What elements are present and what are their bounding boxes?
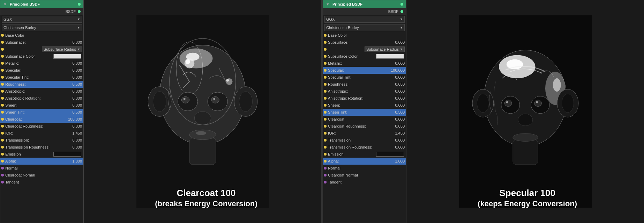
row-label-19: Normal — [328, 166, 405, 170]
svg-point-33 — [534, 100, 541, 107]
row-label-17: Emission — [5, 152, 53, 156]
row-label-14: IOR: — [5, 131, 65, 135]
row-value-7: 0.500 — [65, 82, 82, 86]
node-row-1[interactable]: Subsurface:0.000 — [323, 39, 406, 46]
node-row-21: Tangent — [0, 179, 83, 186]
node-row-18[interactable]: Alpha:1.000 — [323, 158, 406, 165]
row-label-1: Subsurface: — [328, 40, 387, 44]
node-row-11[interactable]: Sheen Tint:0.500 — [0, 109, 83, 116]
node-row-0: Base Color — [0, 32, 83, 39]
color-box-3[interactable] — [376, 54, 404, 59]
node-row-6[interactable]: Specular Tint:0.000 — [323, 74, 406, 81]
right-dropdown-cb[interactable]: Christensen-Burley ▼ — [324, 24, 405, 31]
node-row-12[interactable]: Clearcoat:0.000 — [323, 116, 406, 123]
left-dropdown-cb[interactable]: Christensen-Burley ▼ — [2, 24, 82, 31]
row-label-0: Base Color — [5, 33, 82, 37]
socket-13 — [323, 124, 327, 128]
svg-point-20 — [184, 58, 194, 69]
svg-point-35 — [536, 101, 538, 103]
row-value-1: 0.000 — [65, 40, 82, 44]
left-panel: ▼ Principled BSDF BSDF GGX ▼ Christensen… — [0, 0, 321, 223]
row-value-4: 0.000 — [65, 61, 82, 65]
node-row-5[interactable]: Specular:100.000 — [323, 67, 406, 74]
right-collapse-icon[interactable]: ▼ — [326, 2, 330, 6]
left-node-header: ▼ Principled BSDF — [0, 0, 83, 8]
node-row-13[interactable]: Clearcoat Roughness:0.030 — [323, 123, 406, 130]
node-row-7[interactable]: Roughness:0.030 — [323, 81, 406, 88]
node-row-9[interactable]: Anisotropic Rotation:0.000 — [0, 95, 83, 102]
row-label-8: Anisotropic: — [328, 89, 387, 93]
row-label-0: Base Color — [328, 33, 405, 37]
socket-10 — [323, 103, 327, 107]
node-row-14[interactable]: IOR:1.450 — [0, 130, 83, 137]
svg-rect-41 — [512, 140, 538, 165]
left-dropdown-ggx[interactable]: GGX ▼ — [2, 16, 82, 23]
row-label-4: Metallic: — [328, 61, 387, 65]
node-row-15[interactable]: Transmission:0.000 — [0, 137, 83, 144]
row-label-6: Specular Tint: — [5, 75, 65, 79]
row-label-1: Subsurface: — [5, 40, 65, 44]
color-box-3[interactable] — [53, 54, 81, 59]
node-row-12[interactable]: Clearcoat:100.000 — [0, 116, 83, 123]
node-row-4[interactable]: Metallic:0.000 — [0, 60, 83, 67]
node-row-10[interactable]: Sheen:0.000 — [323, 102, 406, 109]
node-row-4[interactable]: Metallic:0.000 — [323, 60, 406, 67]
left-ggx-arrow: ▼ — [77, 17, 80, 21]
socket-11 — [0, 110, 5, 114]
row-value-4: 0.000 — [387, 61, 405, 65]
node-row-21: Tangent — [323, 179, 406, 186]
node-row-15[interactable]: Transmission:0.000 — [323, 137, 406, 144]
node-row-1[interactable]: Subsurface:0.000 — [0, 39, 83, 46]
node-row-8[interactable]: Anisotropic:0.000 — [323, 88, 406, 95]
left-node-rows: Base ColorSubsurface:0.000Subsurface Rad… — [0, 32, 83, 223]
right-monkey-render — [459, 10, 592, 213]
color-box-black-17[interactable] — [376, 152, 404, 157]
node-row-5[interactable]: Specular:0.000 — [0, 67, 83, 74]
row-label-18: Alpha: — [5, 159, 65, 163]
node-row-16[interactable]: Transmission Roughness:0.000 — [323, 144, 406, 151]
right-dropdown-ggx[interactable]: GGX ▼ — [324, 16, 405, 23]
node-row-13[interactable]: Clearcoat Roughness:0.030 — [0, 123, 83, 130]
socket-0 — [323, 33, 327, 37]
row-value-9: 0.000 — [65, 96, 82, 100]
node-row-14[interactable]: IOR:1.450 — [323, 130, 406, 137]
svg-point-36 — [518, 114, 533, 126]
node-row-11[interactable]: Sheen Tint:0.500 — [323, 109, 406, 116]
node-row-16[interactable]: Transmission Roughness:0.000 — [0, 144, 83, 151]
row-label-19: Normal — [5, 166, 82, 170]
node-row-18[interactable]: Alpha:1.000 — [0, 158, 83, 165]
socket-2 — [323, 47, 327, 51]
svg-point-40 — [562, 94, 574, 113]
node-row-17: Emission — [0, 151, 83, 158]
node-row-7[interactable]: Roughness:0.500 — [0, 81, 83, 88]
color-box-black-17[interactable] — [53, 152, 81, 157]
socket-4 — [323, 61, 327, 65]
row-dropdown-2[interactable]: Subsurface Radius▼ — [365, 46, 405, 52]
row-dropdown-2[interactable]: Subsurface Radius▼ — [42, 46, 82, 52]
row-label-13: Clearcoat Roughness: — [5, 124, 65, 128]
svg-point-23 — [226, 79, 229, 82]
node-row-8[interactable]: Anisotropic:0.000 — [0, 88, 83, 95]
row-label-16: Transmission Roughness: — [5, 145, 65, 149]
row-label-5: Specular: — [5, 68, 65, 72]
svg-point-9 — [211, 96, 219, 103]
socket-7 — [323, 82, 327, 86]
row-value-14: 1.450 — [387, 131, 405, 135]
node-row-9[interactable]: Anisotropic Rotation:0.000 — [323, 95, 406, 102]
left-collapse-icon[interactable]: ▼ — [3, 2, 7, 6]
svg-point-42 — [512, 134, 538, 142]
row-value-6: 0.000 — [65, 75, 82, 79]
svg-point-29 — [553, 78, 561, 92]
socket-14 — [323, 131, 327, 135]
node-row-10[interactable]: Sheen:0.000 — [0, 102, 83, 109]
socket-19 — [323, 166, 327, 170]
socket-15 — [323, 138, 327, 142]
row-label-20: Clearcoat Normal — [5, 173, 82, 177]
socket-13 — [0, 124, 5, 128]
socket-8 — [323, 89, 327, 93]
row-value-10: 0.000 — [65, 103, 82, 107]
socket-20 — [323, 173, 327, 177]
socket-7 — [0, 82, 5, 86]
socket-5 — [323, 68, 327, 72]
node-row-6[interactable]: Specular Tint:0.000 — [0, 74, 83, 81]
